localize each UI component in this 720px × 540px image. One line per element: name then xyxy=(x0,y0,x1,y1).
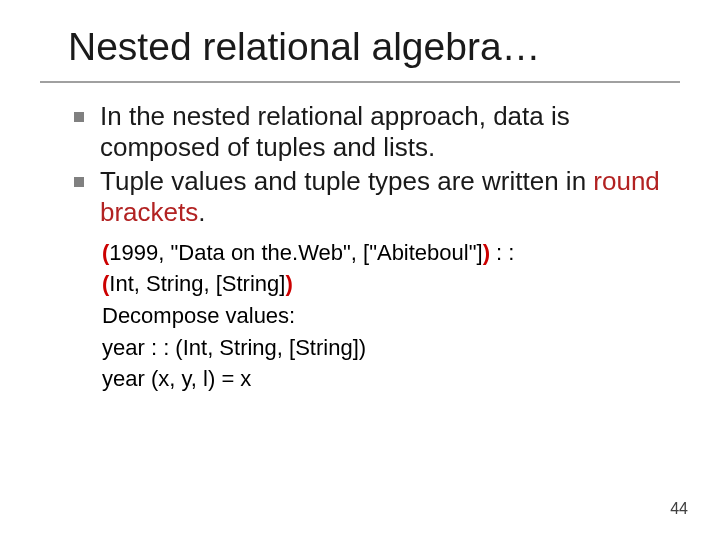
bullet-text-post: . xyxy=(198,197,205,227)
bullet-item: Tuple values and tuple types are written… xyxy=(100,166,660,227)
code-block: (1999, "Data on the.Web", ["Abiteboul"])… xyxy=(40,238,680,394)
bullet-text-pre: Tuple values and tuple types are written… xyxy=(100,166,593,196)
slide: Nested relational algebra… In the nested… xyxy=(0,0,720,540)
code-text: 1999, "Data on the.Web", ["Abiteboul"] xyxy=(109,240,482,265)
slide-title: Nested relational algebra… xyxy=(40,25,680,69)
paren-close: ) xyxy=(285,271,292,296)
code-text: Int, String, [String] xyxy=(109,271,285,296)
bullet-item: In the nested relational approach, data … xyxy=(100,101,660,162)
code-line: Decompose values: xyxy=(102,301,660,331)
page-number: 44 xyxy=(670,500,688,518)
bullet-list: In the nested relational approach, data … xyxy=(40,101,680,228)
code-text: : : xyxy=(490,240,514,265)
code-line: (Int, String, [String]) xyxy=(102,269,660,299)
code-line: year (x, y, l) = x xyxy=(102,364,660,394)
bullet-text: In the nested relational approach, data … xyxy=(100,101,570,162)
code-line: (1999, "Data on the.Web", ["Abiteboul"])… xyxy=(102,238,660,268)
paren-close: ) xyxy=(483,240,490,265)
code-line: year : : (Int, String, [String]) xyxy=(102,333,660,363)
title-underline xyxy=(40,81,680,83)
